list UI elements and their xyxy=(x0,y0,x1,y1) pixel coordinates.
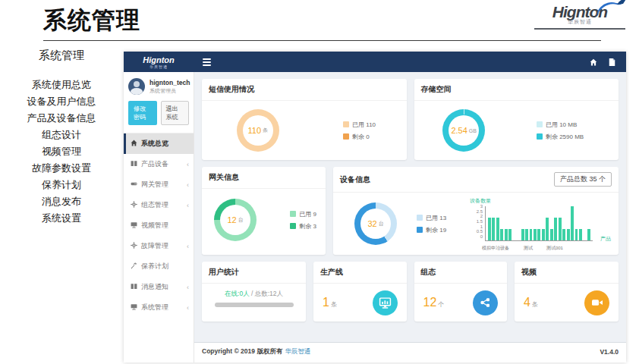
chevron-left-icon: ‹ xyxy=(187,244,189,249)
menu-item-system-settings[interactable]: 系统设置 xyxy=(0,210,123,227)
legend-swatch xyxy=(537,121,543,127)
sidebar-item-label: 系统总览 xyxy=(141,139,168,149)
menu-item-system-usage-overview[interactable]: 系统使用总览 xyxy=(0,77,123,93)
chevron-left-icon: ‹ xyxy=(187,162,189,167)
book-icon xyxy=(131,160,137,168)
app-logo[interactable]: Hignton 华辰智通 xyxy=(124,54,194,71)
storage-card: 存储空间 2.54GB 已用 10 MB 剩余 2590 MB xyxy=(414,79,619,160)
legend-item-remaining[interactable]: 剩余 2590 MB xyxy=(537,133,584,141)
version-label: V1.4.0 xyxy=(600,348,619,356)
legend-item-used[interactable]: 已用 13 xyxy=(417,214,446,222)
sidebar-item-maintenance-plan[interactable]: 保养计划 xyxy=(124,256,194,277)
menu-item-config-design[interactable]: 组态设计 xyxy=(0,127,123,143)
menu-item-video-management[interactable]: 视频管理 xyxy=(0,143,123,160)
menu-item-message-publish[interactable]: 消息发布 xyxy=(0,193,123,210)
company-link[interactable]: 华辰智通 xyxy=(285,347,310,356)
monitor-chart-icon xyxy=(373,290,398,315)
chevron-left-icon: ‹ xyxy=(187,183,189,187)
donut-unit: 条 xyxy=(263,127,268,134)
menu-item-fault-param-settings[interactable]: 故障参数设置 xyxy=(0,160,123,177)
menu-toggle-icon[interactable] xyxy=(203,57,211,67)
card-title: 短信使用情况 xyxy=(209,84,254,95)
bar-xticks: 模拟中冶设备 测试 测试001 xyxy=(485,245,593,251)
brand-logo: Hignton 华辰智通 xyxy=(534,5,625,30)
app-logo-name: Hignton xyxy=(143,55,175,64)
change-password-button[interactable]: 修改密码 xyxy=(128,101,157,125)
donut-value: 2.54 xyxy=(451,126,467,135)
outer-menu: 系统管理 系统使用总览 设备及用户信息 产品及设备信息 组态设计 视频管理 故障… xyxy=(0,49,123,227)
donut-unit: GB xyxy=(469,128,477,133)
home-icon[interactable] xyxy=(590,58,597,66)
card-title: 用户统计 xyxy=(209,267,239,278)
sidebar-item-system-management[interactable]: 系统管理 ‹ xyxy=(124,297,194,318)
sidebar-item-label: 产品设备 xyxy=(141,159,168,169)
stat-unit: 条 xyxy=(331,300,337,309)
legend-swatch xyxy=(343,121,349,127)
desktop-icon xyxy=(131,303,137,312)
card-title: 视频 xyxy=(521,267,537,278)
legend-label: 已用 10 MB xyxy=(546,121,577,129)
sidebar-item-label: 系统管理 xyxy=(141,303,168,312)
chevron-left-icon: ‹ xyxy=(187,203,189,208)
donut-value: 32 xyxy=(367,219,376,228)
sidebar-item-label: 故障管理 xyxy=(141,241,168,251)
sidebar-item-fault-management[interactable]: 故障管理 ‹ xyxy=(124,236,194,256)
avatar xyxy=(128,78,145,95)
legend-item-remaining[interactable]: 剩余 3 xyxy=(290,222,316,231)
app-header: Hignton 华辰智通 xyxy=(124,52,626,72)
card-title: 设备信息 xyxy=(340,174,370,185)
card-title: 存储空间 xyxy=(421,84,452,95)
legend-item-remaining[interactable]: 剩余 0 xyxy=(343,133,376,141)
product-total-badge[interactable]: 产品总数 35 个 xyxy=(554,172,612,187)
bar-xtick-label: 测试001 xyxy=(546,245,563,252)
legend-item-used[interactable]: 已用 110 xyxy=(343,121,376,129)
legend-item-used[interactable]: 已用 10 MB xyxy=(537,121,584,129)
legend-label: 剩余 3 xyxy=(299,222,316,231)
donut-value: 110 xyxy=(248,126,262,135)
sidebar-item-product-device[interactable]: 产品设备 ‹ xyxy=(124,154,194,174)
sidebar-item-gateway-management[interactable]: 网关管理 ‹ xyxy=(124,174,194,195)
legend-item-used[interactable]: 已用 9 xyxy=(290,210,316,218)
legend-swatch xyxy=(417,215,423,221)
sidebar-item-label: 消息通知 xyxy=(141,282,168,292)
sidebar-item-video-management[interactable]: 视频管理 xyxy=(124,215,194,236)
app-logo-tagline: 华辰智通 xyxy=(124,64,194,71)
donut-unit: 台 xyxy=(238,216,244,224)
card-title: 组态 xyxy=(421,267,436,278)
page-title: 系统管理 xyxy=(43,5,140,36)
menu-item-maintenance-plan[interactable]: 保养计划 xyxy=(0,177,123,193)
chevron-left-icon: ‹ xyxy=(187,285,189,290)
copyright-text: Copyright © 2019 版权所有 xyxy=(202,347,282,356)
user-stats-card: 用户统计 在线:0人 / 总数:12人 xyxy=(202,262,306,322)
bar-chart-xlabel: 产品 xyxy=(600,235,611,243)
menu-item-product-device-info[interactable]: 产品及设备信息 xyxy=(0,110,123,127)
stat-value: 1 xyxy=(323,296,329,309)
card-title: 生产线 xyxy=(320,267,343,278)
bar-xtick-label: 模拟中冶设备 xyxy=(482,245,509,252)
user-block: hignton_tech 系统管理员 xyxy=(124,72,194,98)
sidebar-item-label: 组态管理 xyxy=(141,200,168,210)
app-main: 短信使用情况 110条 已用 110 剩余 0 存储空间 xyxy=(194,72,626,362)
sidebar-item-system-overview[interactable]: 系统总览 xyxy=(124,133,194,154)
legend-label: 已用 13 xyxy=(426,214,446,222)
user-name: hignton_tech xyxy=(150,79,190,86)
legend-swatch xyxy=(417,227,423,233)
legend-item-remaining[interactable]: 剩余 19 xyxy=(417,226,446,234)
device-info-card: 设备信息 产品总数 35 个 32台 已用 13 剩余 19 xyxy=(333,167,619,255)
sidebar-item-config-management[interactable]: 组态管理 ‹ xyxy=(124,195,194,215)
document-icon[interactable] xyxy=(609,58,615,66)
stat-value: 12 xyxy=(423,296,437,309)
sitemap-icon xyxy=(473,290,498,315)
logout-button[interactable]: 退出系统 xyxy=(161,101,190,125)
menu-item-device-user-info[interactable]: 设备及用户信息 xyxy=(0,93,123,110)
stat-unit: 个 xyxy=(438,300,444,309)
legend-label: 剩余 19 xyxy=(426,226,446,234)
legend-label: 剩余 0 xyxy=(352,133,370,141)
card-title: 网关信息 xyxy=(209,172,239,183)
sidebar-item-message-notification[interactable]: 消息通知 ‹ xyxy=(124,277,194,297)
wrench-icon xyxy=(131,262,137,271)
hdd-icon xyxy=(131,180,137,189)
chevron-left-icon: ‹ xyxy=(187,306,189,310)
stat-value: 4 xyxy=(524,296,530,309)
legend-label: 剩余 2590 MB xyxy=(546,133,584,141)
